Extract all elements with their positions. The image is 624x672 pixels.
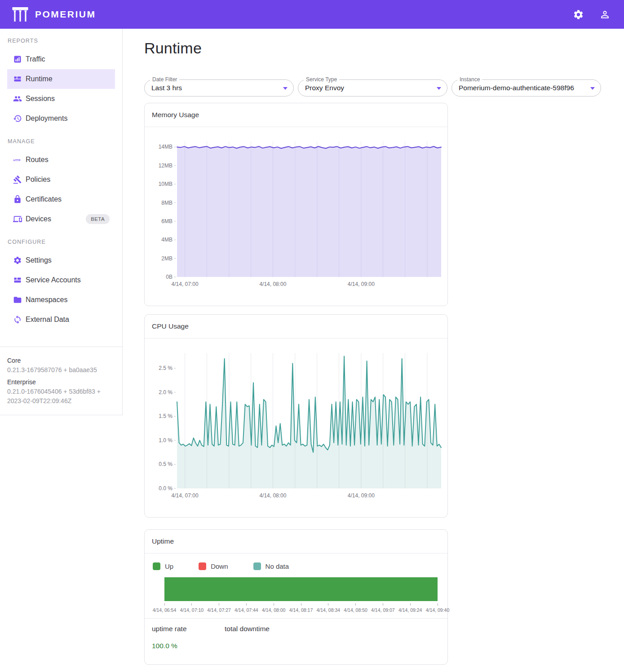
svg-text:1.0 %: 1.0 % [159,437,173,444]
settings-gear-icon [13,256,22,265]
uptime-summary: uptime rate 100.0 % total downtime [145,618,447,664]
namespaces-folder-icon [13,295,22,304]
sidebar-item-routes[interactable]: HTTPRoutes [7,150,115,170]
sidebar-item-sessions[interactable]: Sessions [7,89,115,109]
enterprise-version-value: 0.21.0-1676045406 + 53d6bf83 + 2023-02-0… [7,387,115,406]
sidebar-section-configure: CONFIGURESettingsService AccountsNamespa… [0,239,122,329]
core-version-value: 0.21.3-1679587076 + ba0aae35 [7,365,115,375]
sidebar-item-external-data[interactable]: External Data [7,310,115,329]
runtime-storage-icon [13,75,22,83]
uptime-axis: 4/14, 06:544/14, 07:104/14, 07:274/14, 0… [164,601,438,618]
settings-gear-icon[interactable] [571,7,586,22]
account-person-icon[interactable] [597,7,612,22]
svg-text:4/14, 09:00: 4/14, 09:00 [348,492,375,499]
external-data-icon [13,315,22,324]
chevron-down-icon [590,87,595,90]
sidebar-item-runtime[interactable]: Runtime [7,69,115,89]
version-info: Core 0.21.3-1679587076 + ba0aae35 Enterp… [0,347,122,415]
sidebar-section-reports: REPORTSTrafficRuntimeSessionsDeployments [0,38,122,128]
sidebar-item-certificates[interactable]: Certificates [7,189,115,209]
certificates-lock-icon [13,195,22,204]
sidebar-item-devices[interactable]: DevicesBETA [7,209,115,229]
pomerium-logo-icon [11,7,30,22]
svg-text:14MB: 14MB [159,144,173,150]
uptime-body: UpDownNo data 4/14, 06:544/14, 07:104/14… [145,553,447,618]
svg-text:4/14, 07:00: 4/14, 07:00 [172,281,199,287]
legend-swatch [153,562,160,570]
total-downtime-value [225,642,270,650]
sidebar-item-label: Devices [26,215,51,223]
uptime-card: Uptime UpDownNo data 4/14, 06:544/14, 07… [144,529,448,665]
date-filter-label: Date Filter [150,76,179,83]
svg-text:0.0 %: 0.0 % [159,485,173,492]
uptime-tick-label: 4/14, 08:50 [344,607,367,613]
instance-select[interactable]: Instance Pomerium-demo-authenticate-598f… [451,79,601,97]
svg-text:4/14, 07:00: 4/14, 07:00 [172,492,199,499]
sidebar-section-title: MANAGE [0,138,122,145]
legend-item-down: Down [199,562,228,570]
uptime-tick-label: 4/14, 07:10 [180,607,204,613]
cpu-usage-body: 2.5 %2.0 %1.5 %1.0 %0.5 %0.0 %4/14, 07:0… [145,338,447,517]
service-type-value: Proxy Envoy [305,84,344,92]
enterprise-version-label: Enterprise [7,378,115,387]
date-filter-value: Last 3 hrs [151,84,182,92]
uptime-tick-label: 4/14, 07:27 [207,607,231,613]
svg-text:8MB: 8MB [161,200,173,206]
sidebar-item-policies[interactable]: Policies [7,170,115,189]
memory-usage-body: 14MB12MB10MB8MB6MB4MB2MB0B4/14, 07:004/1… [145,127,447,306]
sidebar-item-label: Policies [26,176,50,184]
uptime-rate-col: uptime rate 100.0 % [152,625,225,650]
total-downtime-col: total downtime [225,625,270,650]
svg-text:4/14, 08:00: 4/14, 08:00 [259,492,286,499]
sidebar-item-traffic[interactable]: Traffic [7,49,115,69]
legend-item-no-data: No data [253,562,289,570]
svg-text:2.0 %: 2.0 % [159,389,173,395]
legend-item-up: Up [153,562,173,570]
page-title: Runtime [144,40,602,57]
cpu-usage-title: CPU Usage [145,315,447,338]
uptime-tick-mark [164,603,165,606]
svg-text:0.5 %: 0.5 % [159,461,173,467]
uptime-tick-mark [328,603,328,606]
instance-value: Pomerium-demo-authenticate-598f96 [459,84,574,92]
uptime-tick-mark [219,603,219,606]
sidebar-item-deployments[interactable]: Deployments [7,109,115,128]
brand-name: POMERIUM [35,9,96,20]
uptime-chart: 4/14, 06:544/14, 07:104/14, 07:274/14, 0… [164,577,438,618]
sidebar-item-namespaces[interactable]: Namespaces [7,290,115,310]
sidebar-nav: REPORTSTrafficRuntimeSessionsDeployments… [0,38,122,347]
svg-text:HTTP: HTTP [13,159,21,162]
uptime-tick-mark [246,603,247,606]
sessions-people-icon [13,94,22,103]
memory-usage-chart: 14MB12MB10MB8MB6MB4MB2MB0B4/14, 07:004/1… [151,136,442,294]
uptime-tick-mark [301,603,301,606]
uptime-tick-label: 4/14, 08:34 [317,607,341,613]
brand: POMERIUM [11,7,96,22]
date-filter-select[interactable]: Date Filter Last 3 hrs [144,79,294,97]
total-downtime-label: total downtime [225,625,270,633]
uptime-tick-mark [191,603,192,606]
uptime-segment-up [164,577,438,601]
uptime-tick-label: 4/14, 09:40 [426,607,450,613]
uptime-rate-label: uptime rate [152,625,225,633]
svg-text:2MB: 2MB [161,255,173,262]
svg-text:0B: 0B [166,274,173,280]
svg-text:10MB: 10MB [159,181,173,187]
sidebar-item-label: Runtime [26,75,53,83]
memory-usage-card: Memory Usage 14MB12MB10MB8MB6MB4MB2MB0B4… [144,103,448,306]
sidebar: REPORTSTrafficRuntimeSessionsDeployments… [0,29,123,415]
sidebar-section-manage: MANAGEHTTPRoutesPoliciesCertificatesDevi… [0,138,122,229]
sidebar-item-settings[interactable]: Settings [7,250,115,270]
filters-row: Date Filter Last 3 hrs Service Type Prox… [144,79,602,97]
core-version-label: Core [7,356,115,365]
deployments-history-icon [13,114,22,123]
chevron-down-icon [283,87,288,90]
svg-text:6MB: 6MB [161,218,173,224]
uptime-tick-mark [410,603,411,606]
sidebar-item-service-accounts[interactable]: Service Accounts [7,270,115,290]
uptime-title: Uptime [145,530,447,553]
main-content: Runtime Date Filter Last 3 hrs Service T… [123,29,624,665]
sidebar-item-label: Service Accounts [26,276,81,284]
service-type-select[interactable]: Service Type Proxy Envoy [298,79,447,97]
sidebar-section-title: REPORTS [0,38,122,44]
